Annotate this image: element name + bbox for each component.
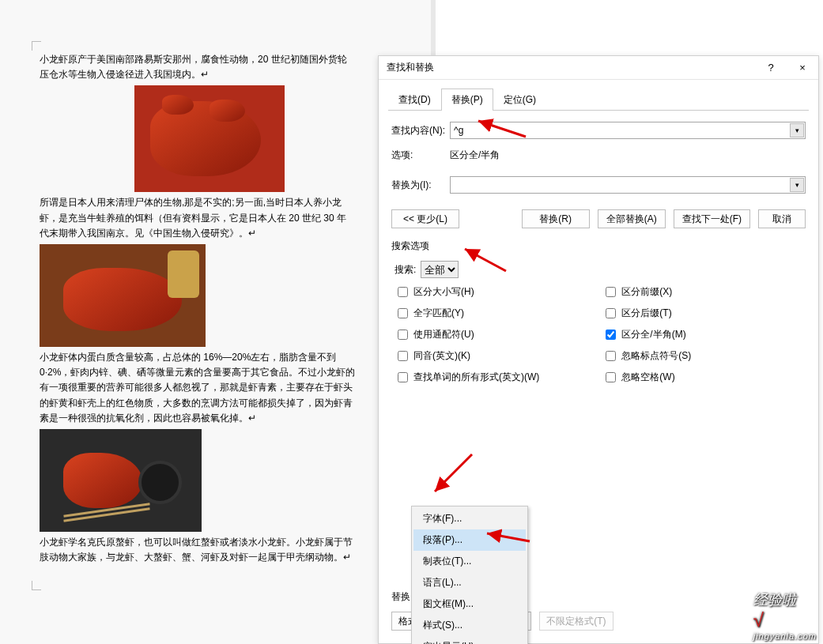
checkbox-label: 忽略空格(W) — [621, 371, 674, 384]
format-menu-item[interactable]: 语言(L)... — [413, 572, 526, 593]
dialog-tabs: 查找(D) 替换(P) 定位(G) — [388, 88, 809, 111]
document-page: 小龙虾原产于美国南部路易斯安那州，腐食性动物，20 世纪初随国外货轮压仓水等生物… — [40, 0, 356, 568]
options-value: 区分全/半角 — [450, 149, 500, 162]
format-menu-item[interactable]: 段落(P)... — [413, 529, 526, 551]
find-label: 查找内容(N): — [391, 124, 450, 137]
format-menu-item[interactable]: 字体(F)... — [413, 508, 526, 529]
checkbox-input[interactable] — [606, 351, 616, 361]
paragraph-4: 小龙虾学名克氏原螯虾，也可以叫做红螯虾或者淡水小龙虾。小龙虾属于节肢动物大家族，… — [40, 535, 356, 565]
checkbox-input[interactable] — [606, 287, 616, 297]
checkbox-option[interactable]: 区分前缀(X) — [602, 284, 691, 299]
check-icon: √ — [753, 609, 817, 631]
checkbox-input[interactable] — [398, 287, 408, 297]
tab-goto[interactable]: 定位(G) — [493, 89, 546, 111]
options-label: 选项: — [391, 149, 450, 162]
checkbox-option[interactable]: 区分全/半角(M) — [602, 327, 691, 342]
paragraph-2: 所谓是日本人用来清理尸体的生物,那是不实的;另一面,当时日本人养小龙虾，是充当牛… — [40, 195, 356, 241]
replace-dropdown-icon[interactable]: ▾ — [790, 178, 804, 192]
replace-input[interactable]: ▾ — [450, 176, 806, 194]
checkbox-option[interactable]: 忽略标点符号(S) — [602, 348, 691, 363]
checkbox-input[interactable] — [398, 330, 408, 340]
find-dropdown-icon[interactable]: ▾ — [790, 123, 804, 137]
checkbox-label: 区分后缀(T) — [621, 307, 671, 320]
find-input-value: ^g — [454, 125, 463, 136]
dialog-title: 查找和替换 — [387, 61, 755, 74]
checkbox-input[interactable] — [606, 372, 616, 382]
image-2 — [40, 244, 206, 347]
format-menu-item[interactable]: 样式(S)... — [413, 615, 526, 636]
checkbox-label: 全字匹配(Y) — [413, 307, 464, 320]
checkbox-label: 使用通配符(U) — [413, 328, 474, 341]
checkbox-input[interactable] — [606, 330, 616, 340]
checkbox-label: 忽略标点符号(S) — [621, 349, 691, 363]
dialog-titlebar: 查找和替换 ? × — [379, 56, 818, 80]
replace-button[interactable]: 替换(R) — [522, 209, 590, 228]
checkbox-label: 同音(英文)(K) — [413, 349, 470, 363]
checkbox-label: 区分大小写(H) — [413, 285, 474, 299]
checkbox-option[interactable]: 区分大小写(H) — [395, 284, 539, 299]
image-3 — [40, 429, 202, 532]
checkbox-option[interactable]: 忽略空格(W) — [602, 370, 691, 385]
paragraph-3: 小龙虾体内蛋白质含量较高，占总体的 16%—20%左右，脂肪含量不到 0·2%，… — [40, 350, 356, 426]
cancel-button[interactable]: 取消 — [758, 209, 806, 228]
checkbox-option[interactable]: 区分后缀(T) — [602, 306, 691, 321]
help-button[interactable]: ? — [755, 56, 787, 80]
no-format-button: 不限定格式(T) — [539, 612, 613, 631]
checkbox-input[interactable] — [606, 308, 616, 318]
checkbox-option[interactable]: 全字匹配(Y) — [395, 306, 539, 321]
format-menu-item[interactable]: 突出显示(H) — [413, 636, 526, 644]
tab-find[interactable]: 查找(D) — [388, 89, 441, 111]
image-1 — [134, 85, 285, 192]
format-menu-item[interactable]: 图文框(M)... — [413, 593, 526, 615]
watermark: 经验啦 √ jingyanla.com — [753, 590, 817, 641]
replace-label: 替换为(I): — [391, 179, 450, 192]
find-next-button[interactable]: 查找下一处(F) — [674, 209, 750, 228]
search-direction-label: 搜索: — [395, 263, 416, 277]
search-direction-select[interactable]: 全部 — [421, 261, 459, 278]
checkbox-input[interactable] — [398, 308, 408, 318]
search-options-title: 搜索选项 — [391, 239, 802, 253]
checkbox-input[interactable] — [398, 372, 408, 382]
checkbox-label: 查找单词的所有形式(英文)(W) — [413, 371, 539, 384]
checkbox-label: 区分前缀(X) — [621, 285, 672, 299]
tab-replace[interactable]: 替换(P) — [441, 89, 493, 111]
checkbox-input[interactable] — [398, 351, 408, 361]
checkbox-option[interactable]: 使用通配符(U) — [395, 327, 539, 342]
checkbox-label: 区分全/半角(M) — [621, 328, 685, 341]
paragraph-1: 小龙虾原产于美国南部路易斯安那州，腐食性动物，20 世纪初随国外货轮压仓水等生物… — [40, 52, 356, 82]
replace-all-button[interactable]: 全部替换(A) — [598, 209, 666, 228]
find-input[interactable]: ^g ▾ — [450, 122, 806, 139]
checkbox-option[interactable]: 同音(英文)(K) — [395, 348, 539, 363]
less-button[interactable]: << 更少(L) — [391, 209, 459, 228]
format-dropdown-menu: 字体(F)...段落(P)...制表位(T)...语言(L)...图文框(M).… — [411, 506, 528, 644]
format-menu-item[interactable]: 制表位(T)... — [413, 551, 526, 572]
checkbox-option[interactable]: 查找单词的所有形式(英文)(W) — [395, 370, 539, 385]
close-button[interactable]: × — [787, 56, 818, 80]
